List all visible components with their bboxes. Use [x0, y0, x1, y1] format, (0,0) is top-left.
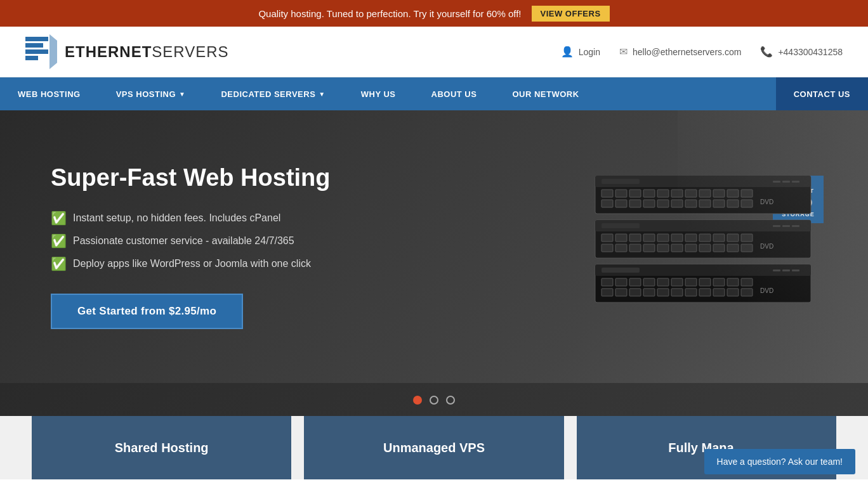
- svg-rect-82: [629, 289, 641, 296]
- email-item[interactable]: ✉ hello@ethernetservers.com: [619, 46, 741, 58]
- email-address: hello@ethernetservers.com: [633, 47, 741, 57]
- svg-rect-53: [629, 244, 641, 252]
- svg-rect-87: [699, 289, 711, 296]
- svg-rect-13: [629, 190, 641, 197]
- nav-about-us[interactable]: ABOUT US: [414, 77, 495, 110]
- logo-name: ETHERNETSERVERS: [65, 43, 229, 61]
- chat-widget[interactable]: Have a question? Ask our team!: [704, 449, 855, 474]
- phone-icon: 📞: [760, 46, 773, 58]
- svg-rect-61: [741, 244, 753, 252]
- logo[interactable]: ETHERNETSERVERS: [25, 34, 229, 69]
- hero-cta-button[interactable]: Get Started from $2.95/mo: [51, 294, 243, 329]
- chevron-down-icon: ▼: [319, 91, 325, 98]
- svg-rect-31: [727, 200, 739, 207]
- svg-rect-51: [602, 244, 613, 252]
- nav-web-hosting[interactable]: WEB HOSTING: [0, 77, 98, 110]
- svg-rect-47: [699, 234, 711, 242]
- login-item[interactable]: 👤 Login: [561, 46, 600, 58]
- phone-item[interactable]: 📞 +443300431258: [760, 46, 843, 58]
- svg-rect-39: [792, 225, 799, 227]
- hero-server-image: 100 PERCENT SSD STORAGE: [589, 176, 817, 318]
- svg-rect-19: [713, 190, 725, 197]
- unmanaged-vps-title: Unmanaged VPS: [383, 441, 485, 455]
- hero-content: Super-Fast Web Hosting ✅ Instant setup, …: [0, 126, 444, 367]
- shared-hosting-title: Shared Hosting: [115, 441, 209, 455]
- svg-rect-30: [713, 200, 725, 207]
- svg-rect-44: [657, 234, 669, 242]
- svg-rect-46: [685, 234, 697, 242]
- nav-dedicated-servers[interactable]: DEDICATED SERVERS ▼: [203, 77, 343, 110]
- svg-rect-74: [671, 278, 683, 286]
- svg-rect-86: [685, 289, 697, 296]
- svg-rect-37: [773, 225, 780, 227]
- svg-rect-9: [782, 181, 790, 183]
- feature-item: ✅ Instant setup, no hidden fees. Include…: [51, 211, 393, 226]
- svg-rect-55: [657, 244, 669, 252]
- svg-text:DVD: DVD: [760, 198, 773, 205]
- svg-rect-83: [643, 289, 655, 296]
- nav-our-network[interactable]: OUR NETWORK: [494, 77, 596, 110]
- svg-rect-32: [741, 200, 753, 207]
- svg-rect-8: [773, 181, 780, 183]
- chat-widget-label: Have a question? Ask our team!: [717, 457, 843, 467]
- svg-rect-43: [643, 234, 655, 242]
- svg-rect-56: [671, 244, 683, 252]
- svg-rect-29: [699, 200, 711, 207]
- svg-rect-3: [25, 56, 38, 60]
- svg-rect-2: [25, 49, 48, 54]
- svg-rect-17: [685, 190, 697, 197]
- svg-rect-59: [713, 244, 725, 252]
- svg-rect-69: [602, 278, 613, 286]
- svg-rect-41: [615, 234, 627, 242]
- svg-rect-84: [657, 289, 669, 296]
- header: ETHERNETSERVERS 👤 Login ✉ hello@ethernet…: [0, 27, 868, 77]
- svg-rect-88: [713, 289, 725, 296]
- svg-rect-76: [699, 278, 711, 286]
- header-contacts: 👤 Login ✉ hello@ethernetservers.com 📞 +4…: [561, 46, 843, 58]
- svg-rect-57: [685, 244, 697, 252]
- logo-icon: [25, 34, 57, 69]
- unmanaged-vps-card[interactable]: Unmanaged VPS: [304, 416, 563, 479]
- server-svg: DVD: [589, 176, 817, 315]
- main-nav: WEB HOSTING VPS HOSTING ▼ DEDICATED SERV…: [0, 77, 868, 110]
- svg-rect-38: [782, 225, 790, 227]
- login-label: Login: [579, 47, 600, 57]
- svg-rect-7: [602, 179, 640, 184]
- top-banner: Quality hosting. Tuned to perfection. Tr…: [0, 0, 868, 27]
- nav-vps-hosting[interactable]: VPS HOSTING ▼: [98, 77, 204, 110]
- nav-why-us[interactable]: WHY US: [343, 77, 414, 110]
- svg-rect-52: [615, 244, 627, 252]
- chevron-down-icon: ▼: [179, 91, 185, 98]
- svg-rect-50: [741, 234, 753, 242]
- svg-rect-45: [671, 234, 683, 242]
- svg-rect-16: [671, 190, 683, 197]
- shared-hosting-card[interactable]: Shared Hosting: [32, 416, 291, 479]
- carousel-dot-3[interactable]: [446, 396, 455, 405]
- svg-rect-77: [713, 278, 725, 286]
- nav-contact-us[interactable]: CONTACT US: [776, 77, 868, 110]
- svg-rect-36: [602, 223, 640, 228]
- phone-number: +443300431258: [778, 47, 843, 57]
- check-icon: ✅: [51, 211, 67, 226]
- svg-rect-48: [713, 234, 725, 242]
- carousel-dots: [0, 383, 868, 416]
- svg-rect-79: [741, 278, 753, 286]
- svg-rect-81: [615, 289, 627, 296]
- svg-rect-71: [629, 278, 641, 286]
- banner-text: Quality hosting. Tuned to perfection. Tr…: [258, 8, 521, 19]
- view-offers-button[interactable]: VIEW OFFERS: [532, 6, 610, 22]
- check-icon: ✅: [51, 233, 67, 249]
- svg-rect-42: [629, 234, 641, 242]
- svg-rect-49: [727, 234, 739, 242]
- svg-rect-54: [643, 244, 655, 252]
- ssd-badge: 100 PERCENT SSD STORAGE: [773, 176, 824, 223]
- carousel-dot-2[interactable]: [430, 396, 438, 405]
- svg-rect-27: [671, 200, 683, 207]
- carousel-dot-1[interactable]: [413, 396, 422, 405]
- svg-rect-21: [741, 190, 753, 197]
- check-icon: ✅: [51, 256, 67, 271]
- svg-rect-28: [685, 200, 697, 207]
- server-stack: DVD: [589, 176, 817, 318]
- svg-rect-85: [671, 289, 683, 296]
- svg-rect-73: [657, 278, 669, 286]
